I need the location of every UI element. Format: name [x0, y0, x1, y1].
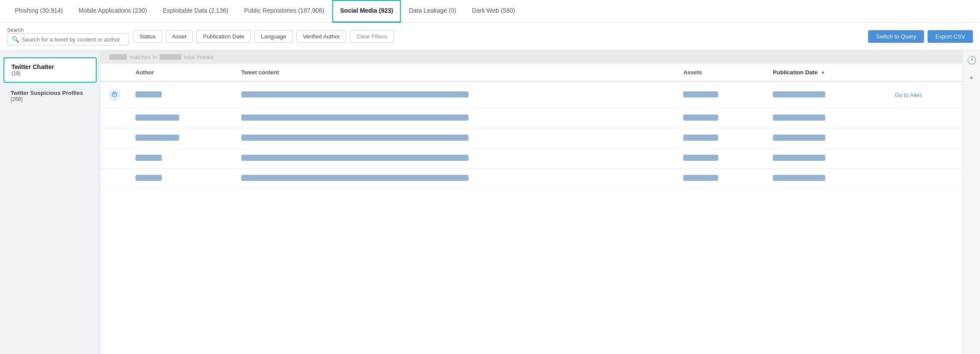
assets-cell [676, 149, 766, 169]
author-cell [129, 108, 234, 128]
col-icon [101, 64, 129, 81]
content-skeleton [241, 175, 469, 181]
asset-filter-button[interactable]: Asset [166, 30, 193, 43]
action-cell [888, 169, 963, 189]
content-cell [234, 169, 676, 189]
icon-cell [101, 128, 129, 149]
date-skeleton [773, 155, 825, 161]
assets-skeleton [683, 155, 718, 161]
date-skeleton [773, 135, 825, 141]
tab-social-media[interactable]: Social Media (923) [332, 0, 401, 23]
sidebar: Twitter Chatter (18) Twitter Suspicious … [0, 50, 101, 354]
assets-skeleton [683, 175, 718, 181]
author-skeleton [136, 135, 179, 141]
tab-repos[interactable]: Public Repositories (187,908) [236, 0, 332, 23]
tab-exploitable[interactable]: Exploitable Data (2,136) [155, 0, 236, 23]
action-cell [888, 149, 963, 169]
clock-icon[interactable]: 🕐 [967, 56, 977, 65]
content-skeleton [241, 115, 469, 121]
search-input[interactable] [22, 36, 125, 43]
top-nav-tabs: Phishing (30,914) Mobile Applications (2… [0, 0, 980, 23]
table-row [101, 149, 963, 169]
col-tweet-content: Tweet content [234, 64, 676, 81]
table-area: matches in total threats Author Tweet co… [101, 50, 963, 354]
tab-data-leakage[interactable]: Data Leakage (0) [401, 0, 464, 23]
shield-icon-wrapper [108, 88, 122, 102]
author-cell [129, 128, 234, 149]
table-row [101, 108, 963, 128]
author-cell [129, 169, 234, 189]
sidebar-item-twitter-suspicious-name: Twitter Suspicious Profiles [10, 90, 90, 96]
content-cell [234, 81, 676, 108]
tab-dark-web[interactable]: Dark Web (580) [464, 0, 523, 23]
col-action [888, 64, 963, 81]
date-cell [766, 128, 887, 149]
assets-skeleton [683, 91, 718, 97]
assets-skeleton [683, 135, 718, 141]
content-skeleton [241, 155, 469, 161]
total-threats-label: total threats [184, 54, 214, 60]
content-cell [234, 149, 676, 169]
action-cell [888, 108, 963, 128]
content-skeleton [241, 135, 469, 141]
sidebar-item-twitter-chatter-count: (18) [11, 70, 89, 76]
data-table: Author Tweet content Assets Publication … [101, 64, 963, 189]
date-skeleton [773, 91, 825, 97]
clear-filters-button[interactable]: Clear Filters [350, 30, 393, 43]
date-skeleton [773, 115, 825, 121]
col-assets: Assets [676, 64, 766, 81]
date-cell [766, 108, 887, 128]
search-wrapper: 🔍 [7, 33, 129, 45]
icon-cell [101, 81, 129, 108]
content-skeleton [241, 91, 469, 97]
sidebar-item-twitter-suspicious[interactable]: Twitter Suspicious Profiles (268) [3, 84, 97, 108]
author-cell [129, 81, 234, 108]
assets-cell [676, 108, 766, 128]
assets-cell [676, 128, 766, 149]
content-cell [234, 108, 676, 128]
matches-count-placeholder [109, 54, 127, 60]
author-skeleton [136, 155, 162, 161]
search-section: Search 🔍 [7, 27, 129, 45]
shield-icon [108, 88, 122, 102]
assets-cell [676, 169, 766, 189]
date-cell [766, 169, 887, 189]
total-threats-placeholder [160, 54, 181, 60]
author-skeleton [136, 91, 162, 97]
icon-cell [101, 149, 129, 169]
author-skeleton [136, 115, 179, 121]
publication-date-filter-button[interactable]: Publication Date [196, 30, 251, 43]
col-publication-date[interactable]: Publication Date ▼ [766, 64, 887, 81]
author-skeleton [136, 175, 162, 181]
export-csv-button[interactable]: Export CSV [928, 30, 973, 43]
filter-bar: Search 🔍 Status Asset Publication Date L… [0, 23, 980, 50]
date-cell [766, 81, 887, 108]
verified-author-filter-button[interactable]: Verified Author [296, 30, 347, 43]
sort-arrow-icon: ▼ [821, 70, 825, 75]
matches-in-label: matches in [129, 54, 157, 60]
table-row [101, 128, 963, 149]
status-filter-button[interactable]: Status [133, 30, 162, 43]
action-cell [888, 128, 963, 149]
content-cell [234, 128, 676, 149]
action-cell: Go to Alert [888, 81, 963, 108]
table-header-row: Author Tweet content Assets Publication … [101, 64, 963, 81]
author-cell [129, 149, 234, 169]
tab-mobile[interactable]: Mobile Applications (230) [71, 0, 155, 23]
language-filter-button[interactable]: Language [254, 30, 293, 43]
go-to-alert-link[interactable]: Go to Alert [895, 92, 921, 98]
search-label: Search [7, 27, 128, 33]
share-icon[interactable]: ✦ [969, 74, 974, 82]
search-icon: 🔍 [12, 36, 19, 43]
table-row [101, 169, 963, 189]
sidebar-item-twitter-chatter-name: Twitter Chatter [11, 63, 89, 70]
date-cell [766, 149, 887, 169]
switch-to-query-button[interactable]: Switch to Query [868, 30, 924, 43]
assets-skeleton [683, 115, 718, 121]
date-skeleton [773, 175, 825, 181]
icon-cell [101, 169, 129, 189]
side-icons-panel: 🕐 ✦ [963, 50, 980, 354]
main-content: Twitter Chatter (18) Twitter Suspicious … [0, 50, 980, 354]
tab-phishing[interactable]: Phishing (30,914) [7, 0, 71, 23]
sidebar-item-twitter-chatter[interactable]: Twitter Chatter (18) [3, 57, 97, 83]
